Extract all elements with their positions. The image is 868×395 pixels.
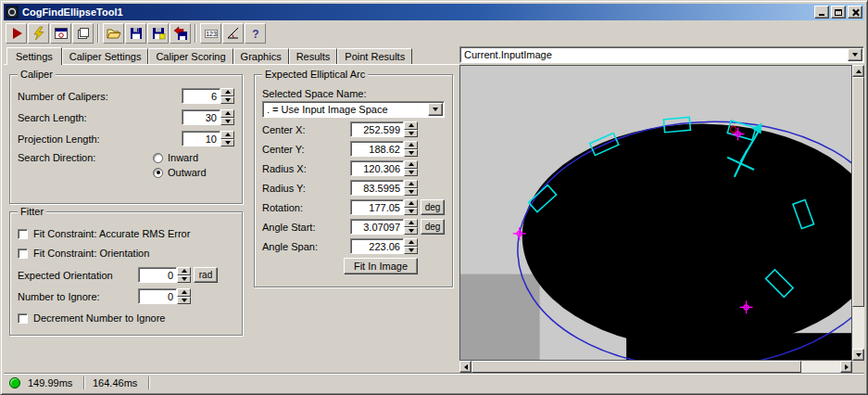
rad-unit-button[interactable]: rad xyxy=(194,267,218,283)
spin-down-icon xyxy=(409,210,414,213)
selected-space-name-label: Selected Space Name: xyxy=(262,88,367,99)
tab-graphics[interactable]: Graphics xyxy=(233,48,289,64)
deg-unit-button[interactable]: deg xyxy=(421,219,445,235)
spin-down-button[interactable] xyxy=(404,208,418,216)
spin-up-button[interactable] xyxy=(404,141,418,149)
spin-down-icon xyxy=(409,190,414,194)
spin-up-button[interactable] xyxy=(220,131,234,139)
deg-unit-button[interactable]: deg xyxy=(421,199,445,215)
image-display[interactable] xyxy=(459,65,852,361)
tab-caliper-scoring[interactable]: Caliper Scoring xyxy=(148,48,233,64)
spin-down-button[interactable] xyxy=(404,169,418,177)
fit-in-image-button[interactable]: Fit In Image xyxy=(344,258,418,274)
import-file-button[interactable] xyxy=(170,23,191,44)
spin-down-button[interactable] xyxy=(404,247,418,255)
image-source-combo[interactable]: Current.InputImage xyxy=(459,46,864,63)
close-button[interactable] xyxy=(848,6,862,19)
scroll-track[interactable] xyxy=(852,307,864,349)
spin-down-button[interactable] xyxy=(404,130,418,138)
save-file-button[interactable] xyxy=(125,23,146,44)
status-ok-indicator xyxy=(9,377,20,389)
numeric-format-button[interactable]: 123 xyxy=(200,23,221,44)
projection-length-field[interactable] xyxy=(182,131,220,147)
orientation-constraint-label: Fit Constraint: Orientation xyxy=(33,248,149,259)
spin-up-icon xyxy=(182,290,187,294)
spin-down-button[interactable] xyxy=(177,297,191,305)
vertical-scrollbar[interactable] xyxy=(852,65,864,361)
spin-up-icon xyxy=(409,201,414,205)
outward-radio[interactable]: Outward xyxy=(153,167,234,178)
horizontal-scrollbar[interactable] xyxy=(459,361,852,373)
tab-results[interactable]: Results xyxy=(289,48,338,64)
open-folder-icon xyxy=(107,26,121,41)
center-y-field[interactable] xyxy=(350,141,404,157)
tab-settings[interactable]: Settings xyxy=(6,47,62,65)
radius-y-field[interactable] xyxy=(350,180,404,196)
scrollbar-corner xyxy=(852,361,864,373)
current-image-button[interactable] xyxy=(50,23,71,44)
spin-up-button[interactable] xyxy=(220,109,234,118)
spin-down-button[interactable] xyxy=(404,149,418,158)
selected-space-combo[interactable]: . = Use Input Image Space xyxy=(262,101,445,118)
spin-up-button[interactable] xyxy=(177,267,191,275)
angle-start-field[interactable] xyxy=(350,219,404,235)
slope-tool-button[interactable] xyxy=(222,23,244,44)
decrement-ignore-checkbox[interactable] xyxy=(18,313,28,324)
help-button[interactable]: ? xyxy=(245,23,266,44)
rotation-field[interactable] xyxy=(350,199,404,215)
save-image-button[interactable] xyxy=(147,23,169,44)
spin-up-button[interactable] xyxy=(404,199,418,208)
spin-up-icon xyxy=(225,133,231,136)
scroll-track[interactable] xyxy=(801,361,840,373)
copy-results-button[interactable] xyxy=(72,23,94,44)
spin-down-button[interactable] xyxy=(220,118,234,126)
maximize-button[interactable] xyxy=(831,6,846,19)
spin-down-icon xyxy=(225,120,231,123)
app-icon xyxy=(6,6,19,19)
spin-up-button[interactable] xyxy=(404,180,418,188)
run-button[interactable] xyxy=(6,23,27,44)
spin-up-button[interactable] xyxy=(404,121,418,130)
tab-point-results[interactable]: Point Results xyxy=(337,48,412,64)
horizontal-scroll-thumb[interactable] xyxy=(472,361,801,373)
spin-up-button[interactable] xyxy=(177,288,191,297)
open-file-button[interactable] xyxy=(103,23,124,44)
minimize-button[interactable] xyxy=(814,6,829,19)
spin-down-button[interactable] xyxy=(220,139,234,147)
spin-down-button[interactable] xyxy=(404,188,418,197)
combo-dropdown-button[interactable] xyxy=(428,103,443,116)
center-x-field[interactable] xyxy=(350,121,404,137)
spin-up-button[interactable] xyxy=(220,88,234,96)
search-length-field[interactable] xyxy=(182,109,220,125)
scroll-right-button[interactable] xyxy=(840,361,852,373)
spin-up-button[interactable] xyxy=(404,238,418,247)
angle-span-field[interactable] xyxy=(350,238,404,254)
radius-x-field[interactable] xyxy=(350,160,404,176)
electric-run-button[interactable] xyxy=(28,23,49,44)
radius-x-spinner xyxy=(350,160,418,176)
spin-down-button[interactable] xyxy=(404,227,418,236)
combo-dropdown-button[interactable] xyxy=(848,48,862,61)
scroll-left-button[interactable] xyxy=(459,361,472,373)
scroll-up-button[interactable] xyxy=(852,65,864,77)
spin-up-button[interactable] xyxy=(404,219,418,227)
vertical-scroll-thumb[interactable] xyxy=(852,77,864,307)
window-title: CogFindEllipseTool1 xyxy=(22,6,814,18)
rms-error-checkbox[interactable] xyxy=(18,229,28,239)
outward-radio-label: Outward xyxy=(168,167,207,178)
number-to-ignore-field[interactable] xyxy=(138,288,177,304)
inward-radio[interactable]: Inward xyxy=(153,152,234,163)
expected-elliptical-arc-group: Expected Elliptical Arc Selected Space N… xyxy=(254,74,453,287)
spin-down-button[interactable] xyxy=(220,96,234,105)
expected-orientation-field[interactable] xyxy=(138,267,177,283)
spin-up-button[interactable] xyxy=(404,160,418,169)
spin-down-button[interactable] xyxy=(177,275,191,284)
radio-icon xyxy=(153,153,163,163)
field-row: Expected Orientation rad xyxy=(18,267,218,283)
tab-caliper-settings[interactable]: Caliper Settings xyxy=(62,48,149,64)
number-of-calipers-field[interactable] xyxy=(182,88,220,104)
scroll-down-button[interactable] xyxy=(852,349,864,361)
orientation-constraint-checkbox[interactable] xyxy=(18,248,28,259)
title-bar[interactable]: CogFindEllipseTool1 xyxy=(4,4,864,20)
projection-length-label: Projection Length: xyxy=(18,134,100,145)
